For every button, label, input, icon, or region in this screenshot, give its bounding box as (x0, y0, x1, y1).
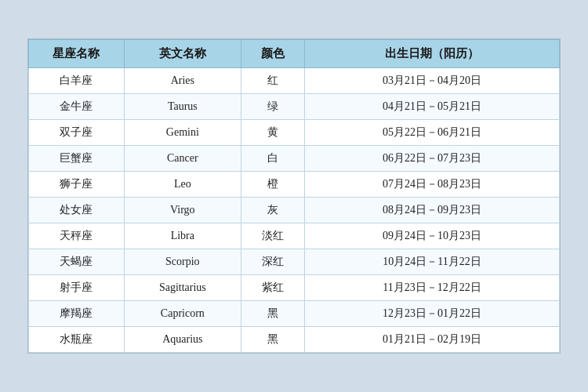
table-row: 天秤座Libra淡红09月24日－10月23日 (29, 223, 560, 249)
table-row: 白羊座Aries红03月21日－04月20日 (29, 68, 560, 94)
cell-en-name: Gemini (124, 120, 241, 146)
table-body: 白羊座Aries红03月21日－04月20日金牛座Taurus绿04月21日－0… (29, 68, 560, 353)
cell-date: 09月24日－10月23日 (305, 223, 560, 249)
table-row: 射手座Sagittarius紫红11月23日－12月22日 (29, 275, 560, 301)
cell-zh-name: 双子座 (29, 120, 125, 146)
cell-date: 11月23日－12月22日 (305, 275, 560, 301)
cell-color: 绿 (241, 94, 304, 120)
cell-color: 黑 (241, 327, 304, 353)
cell-zh-name: 巨蟹座 (29, 146, 125, 172)
cell-color: 红 (241, 68, 304, 94)
cell-zh-name: 射手座 (29, 275, 125, 301)
cell-date: 01月21日－02月19日 (305, 327, 560, 353)
table-row: 水瓶座Aquarius黑01月21日－02月19日 (29, 327, 560, 353)
cell-en-name: Libra (124, 223, 241, 249)
cell-color: 紫红 (241, 275, 304, 301)
cell-date: 03月21日－04月20日 (305, 68, 560, 94)
cell-date: 12月23日－01月22日 (305, 301, 560, 327)
cell-color: 黄 (241, 120, 304, 146)
header-color: 颜色 (241, 40, 304, 68)
table-row: 巨蟹座Cancer白06月22日－07月23日 (29, 146, 560, 172)
cell-en-name: Capricorn (124, 301, 241, 327)
zodiac-table: 星座名称 英文名称 颜色 出生日期（阳历） 白羊座Aries红03月21日－04… (28, 39, 560, 353)
cell-color: 橙 (241, 172, 304, 198)
cell-date: 07月24日－08月23日 (305, 172, 560, 198)
header-en-name: 英文名称 (124, 40, 241, 68)
cell-color: 灰 (241, 198, 304, 223)
cell-en-name: Scorpio (124, 249, 241, 275)
table-row: 双子座Gemini黄05月22日－06月21日 (29, 120, 560, 146)
cell-date: 05月22日－06月21日 (305, 120, 560, 146)
cell-date: 10月24日－11月22日 (305, 249, 560, 275)
cell-date: 06月22日－07月23日 (305, 146, 560, 172)
header-zh-name: 星座名称 (29, 40, 125, 68)
cell-zh-name: 摩羯座 (29, 301, 125, 327)
cell-color: 白 (241, 146, 304, 172)
cell-en-name: Aquarius (124, 327, 241, 353)
cell-zh-name: 白羊座 (29, 68, 125, 94)
cell-zh-name: 天蝎座 (29, 249, 125, 275)
cell-date: 04月21日－05月21日 (305, 94, 560, 120)
cell-en-name: Taurus (124, 94, 241, 120)
table-row: 摩羯座Capricorn黑12月23日－01月22日 (29, 301, 560, 327)
table-header-row: 星座名称 英文名称 颜色 出生日期（阳历） (29, 40, 560, 68)
table-row: 处女座Virgo灰08月24日－09月23日 (29, 198, 560, 223)
cell-color: 淡红 (241, 223, 304, 249)
cell-zh-name: 金牛座 (29, 94, 125, 120)
table-row: 狮子座Leo橙07月24日－08月23日 (29, 172, 560, 198)
header-date: 出生日期（阳历） (305, 40, 560, 68)
cell-zh-name: 狮子座 (29, 172, 125, 198)
cell-color: 黑 (241, 301, 304, 327)
cell-zh-name: 水瓶座 (29, 327, 125, 353)
cell-en-name: Aries (124, 68, 241, 94)
zodiac-table-container: 星座名称 英文名称 颜色 出生日期（阳历） 白羊座Aries红03月21日－04… (27, 38, 561, 354)
cell-zh-name: 天秤座 (29, 223, 125, 249)
cell-en-name: Leo (124, 172, 241, 198)
cell-en-name: Sagittarius (124, 275, 241, 301)
cell-zh-name: 处女座 (29, 198, 125, 223)
cell-en-name: Virgo (124, 198, 241, 223)
table-row: 金牛座Taurus绿04月21日－05月21日 (29, 94, 560, 120)
cell-color: 深红 (241, 249, 304, 275)
table-row: 天蝎座Scorpio深红10月24日－11月22日 (29, 249, 560, 275)
cell-en-name: Cancer (124, 146, 241, 172)
cell-date: 08月24日－09月23日 (305, 198, 560, 223)
